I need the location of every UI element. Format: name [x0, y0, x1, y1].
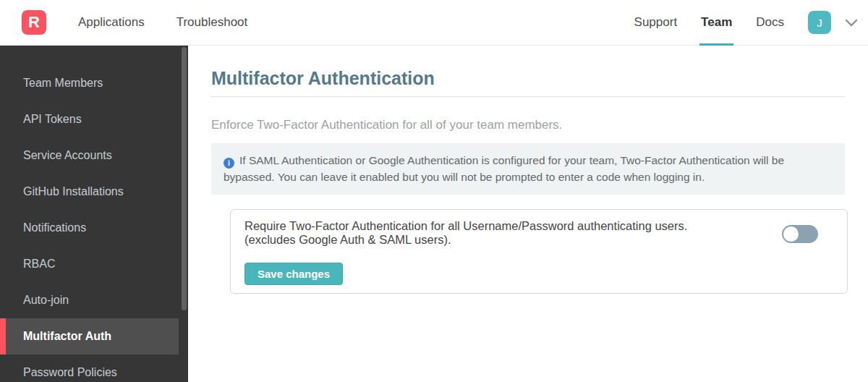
top-navbar: R Applications Troubleshoot Support Team…: [0, 0, 868, 46]
main-content: Multifactor Authentication Enforce Two-F…: [188, 46, 868, 382]
nav-docs[interactable]: Docs: [756, 0, 784, 46]
sidebar-item-notifications[interactable]: Notifications: [0, 210, 179, 246]
nav-applications[interactable]: Applications: [78, 0, 145, 46]
primary-nav: Applications Troubleshoot: [78, 0, 247, 46]
nav-troubleshoot[interactable]: Troubleshoot: [176, 0, 248, 46]
setting-label-line1: Require Two-Factor Authentication for al…: [244, 219, 751, 233]
app-window: R Applications Troubleshoot Support Team…: [0, 0, 868, 382]
nav-team-label: Team: [701, 15, 732, 30]
sidebar-item-api-tokens[interactable]: API Tokens: [0, 101, 179, 137]
rollbar-logo-icon[interactable]: R: [22, 10, 46, 35]
active-item-marker: [0, 318, 6, 355]
setting-label-line2: (excludes Google Auth & SAML users).: [244, 233, 751, 247]
active-tab-underline: [699, 43, 733, 46]
setting-label: Require Two-Factor Authentication for al…: [244, 219, 751, 247]
title-divider: [211, 96, 845, 97]
sidebar-item-team-members[interactable]: Team Members: [0, 65, 179, 101]
chevron-down-icon[interactable]: [845, 19, 858, 27]
toggle-knob: [783, 226, 799, 242]
sidebar-item-service-accounts[interactable]: Service Accounts: [0, 137, 179, 174]
info-callout-text: If SAML Authentication or Google Authent…: [224, 154, 784, 183]
settings-sidebar: Team Members API Tokens Service Accounts…: [0, 46, 188, 382]
two-factor-toggle[interactable]: [782, 225, 818, 243]
info-icon: i: [224, 158, 234, 169]
two-factor-setting-card: Require Two-Factor Authentication for al…: [230, 209, 848, 294]
avatar[interactable]: J: [808, 11, 831, 34]
sidebar-item-github-installations[interactable]: GitHub Installations: [0, 174, 179, 210]
sidebar-item-label: Multifactor Auth: [23, 330, 111, 342]
sidebar-scrollbar-thumb[interactable]: [182, 47, 187, 310]
nav-support[interactable]: Support: [634, 0, 678, 46]
sidebar-item-auto-join[interactable]: Auto-join: [0, 282, 179, 318]
secondary-nav: Support Team Docs J: [634, 0, 858, 46]
sidebar-item-rbac[interactable]: RBAC: [0, 246, 179, 282]
info-callout: iIf SAML Authentication or Google Authen…: [211, 143, 845, 195]
nav-team[interactable]: Team: [701, 0, 732, 46]
page-title: Multifactor Authentication: [211, 68, 435, 89]
sidebar-item-password-policies[interactable]: Password Policies: [0, 355, 179, 382]
save-changes-button[interactable]: Save changes: [244, 263, 343, 285]
page-description: Enforce Two-Factor Authentication for al…: [211, 118, 562, 132]
sidebar-item-multifactor-auth[interactable]: Multifactor Auth: [0, 318, 179, 355]
